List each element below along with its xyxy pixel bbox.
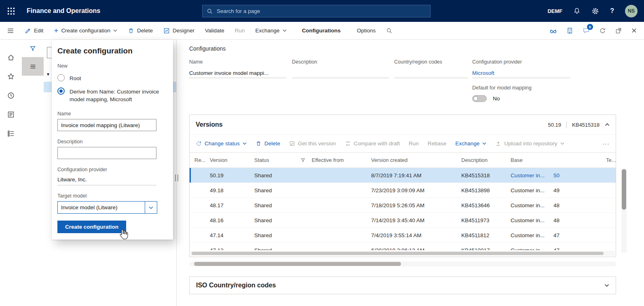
- dialog-create-configuration-button[interactable]: Create configuration: [57, 221, 126, 233]
- chevron-up-icon[interactable]: [605, 123, 610, 126]
- column-header-re[interactable]: Re...: [190, 157, 210, 163]
- chevron-down-icon[interactable]: [145, 202, 157, 213]
- change-status-button[interactable]: Change status: [196, 140, 247, 147]
- configuration-provider-link[interactable]: Microsoft: [472, 68, 570, 78]
- column-header-description[interactable]: Description: [461, 157, 511, 163]
- clock-icon[interactable]: [7, 91, 15, 100]
- base-version-link[interactable]: 50: [553, 172, 606, 178]
- base-configuration-link[interactable]: Customer in...: [511, 172, 553, 178]
- validate-label: Validate: [205, 28, 224, 34]
- grid-horizontal-scrollbar: [190, 251, 615, 256]
- versions-delete-button[interactable]: Delete: [255, 140, 280, 147]
- home-icon[interactable]: [7, 53, 15, 62]
- dialog-description-input[interactable]: [57, 147, 156, 159]
- action-bar: Edit + Create configuration Delete Desig…: [0, 22, 644, 40]
- glasses-icon[interactable]: [549, 27, 557, 34]
- open-in-new-window-icon[interactable]: [615, 28, 622, 34]
- table-row[interactable]: 49.18 Shared 7/23/2019 3:09:09 AM KB4513…: [190, 183, 616, 198]
- validate-button[interactable]: Validate: [205, 28, 224, 34]
- column-header-effective-from[interactable]: Effective from: [312, 157, 371, 163]
- field-country-region-codes-label: Country/region codes: [394, 59, 468, 65]
- versions-exchange-button[interactable]: Exchange: [455, 140, 486, 147]
- chevron-down-icon: [113, 29, 117, 32]
- dialog-name-label: Name: [57, 111, 167, 117]
- search-input[interactable]: [217, 8, 426, 14]
- toggle-knob: [473, 96, 478, 101]
- hierarchy-list-icon[interactable]: [7, 130, 15, 138]
- grid-horizontal-scrollbar-thumb[interactable]: [192, 252, 604, 255]
- create-configuration-button[interactable]: + Create configuration: [54, 28, 117, 34]
- default-for-model-mapping-label: Default for model mapping: [472, 85, 532, 91]
- refresh-icon[interactable]: [599, 27, 606, 34]
- more-commands-button[interactable]: ···: [602, 140, 610, 147]
- designer-button[interactable]: Designer: [163, 28, 194, 34]
- get-this-version-button: Get this version: [289, 140, 336, 147]
- column-header-te[interactable]: Te...: [606, 157, 616, 163]
- chevron-down-icon: [243, 142, 247, 145]
- default-for-model-mapping-toggle[interactable]: [472, 95, 487, 102]
- default-for-model-mapping-field: Default for model mapping No: [472, 85, 532, 102]
- plus-icon: +: [54, 28, 58, 34]
- global-search-box: [202, 5, 431, 17]
- table-row[interactable]: 50.19 Shared 8/7/2019 7:19:41 AM KB45153…: [190, 168, 616, 183]
- chevron-down-icon: [482, 142, 486, 145]
- avatar[interactable]: NS: [625, 5, 638, 17]
- form-icon[interactable]: [7, 110, 15, 119]
- star-icon[interactable]: [7, 72, 15, 81]
- versions-exchange-label: Exchange: [455, 140, 479, 147]
- versions-grid-header: Re... Version Status Effective from Vers…: [190, 153, 616, 168]
- delete-button[interactable]: Delete: [128, 28, 153, 34]
- tab-options[interactable]: Options: [357, 28, 376, 34]
- field-country-region-codes-value[interactable]: [394, 68, 468, 78]
- table-row[interactable]: 48.16 Shared 7/14/2019 3:45:40 AM KB4511…: [190, 213, 616, 228]
- help-icon[interactable]: ?: [610, 7, 614, 15]
- radio-option-derive[interactable]: Derive from Name: Customer invoice model…: [57, 87, 167, 103]
- column-header-base[interactable]: Base: [511, 157, 553, 163]
- column-filter-funnel-icon[interactable]: [300, 157, 312, 163]
- chevron-down-icon[interactable]: [604, 284, 609, 287]
- table-row[interactable]: 47.13 Shared 6/28/2019 3:06:13 AM KB4510…: [190, 243, 616, 250]
- filter-funnel-icon[interactable]: [30, 45, 36, 52]
- trash-icon: [255, 140, 262, 147]
- tree-expander-caret-icon[interactable]: ▼: [46, 72, 50, 76]
- topbar-right-cluster: DEMF ? NS: [536, 5, 644, 17]
- field-name-value[interactable]: Customer invoice model mappi...: [189, 68, 286, 78]
- field-description-value[interactable]: [292, 68, 389, 78]
- table-row[interactable]: 47.14 Shared 7/4/2019 3:55:14 AM KB45118…: [190, 228, 616, 243]
- close-icon[interactable]: [631, 28, 637, 34]
- dialog-provider-value: Litware, Inc.: [57, 174, 156, 185]
- gear-icon[interactable]: [591, 7, 599, 15]
- actionbar-search-icon[interactable]: [386, 28, 393, 34]
- tree-view-toggle[interactable]: [22, 57, 44, 76]
- column-header-version[interactable]: Version: [210, 157, 254, 163]
- hamburger-menu-icon[interactable]: [7, 27, 14, 34]
- tab-configurations[interactable]: Configurations: [302, 28, 341, 34]
- edit-button[interactable]: Edit: [25, 28, 43, 34]
- change-status-icon: [196, 140, 202, 147]
- target-model-dropdown[interactable]: Invoice model (Litware): [57, 201, 157, 214]
- change-status-label: Change status: [205, 140, 240, 147]
- page-horizontal-scrollbar-thumb[interactable]: [194, 262, 401, 266]
- radio-option-root[interactable]: Root: [57, 74, 167, 82]
- building-icon[interactable]: [566, 27, 573, 34]
- field-description: Description: [292, 59, 389, 78]
- column-header-status[interactable]: Status: [254, 157, 300, 163]
- edit-label: Edit: [34, 28, 43, 34]
- table-row[interactable]: 48.17 Shared 7/18/2019 5:26:05 AM KB4513…: [190, 198, 616, 213]
- app-launcher-waffle-icon[interactable]: [0, 0, 22, 22]
- app-window: Finance and Operations DEMF ? NS Edit: [0, 0, 644, 306]
- exchange-menu-button[interactable]: Exchange: [255, 28, 287, 34]
- page-title: Configurations: [189, 45, 226, 52]
- create-configuration-dialog: Create configuration New Root Derive fro…: [52, 40, 173, 240]
- grid-vertical-scrollbar-thumb[interactable]: [622, 169, 626, 210]
- designer-label: Designer: [173, 28, 194, 34]
- iso-country-region-codes-section[interactable]: ISO Country/region codes: [189, 276, 616, 294]
- versions-current-version: 50.19: [548, 122, 562, 128]
- delete-label: Delete: [137, 28, 153, 34]
- company-picker[interactable]: DEMF: [547, 8, 562, 14]
- dialog-name-input[interactable]: [57, 119, 156, 131]
- message-bubble-icon[interactable]: 0: [583, 27, 590, 34]
- pane-splitter-handle[interactable]: [175, 174, 178, 181]
- bell-icon[interactable]: [573, 7, 581, 15]
- column-header-version-created[interactable]: Version created: [371, 157, 461, 163]
